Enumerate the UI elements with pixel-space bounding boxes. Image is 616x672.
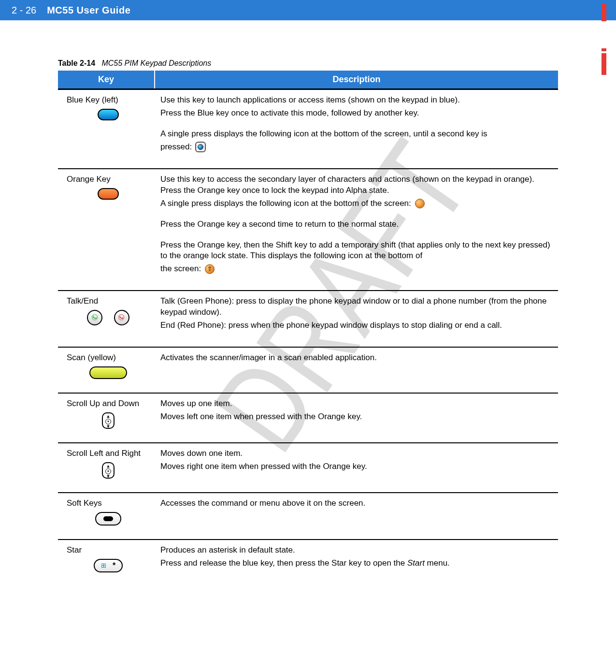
desc-text: Moves down one item. — [160, 448, 553, 459]
blue-mode-icon — [195, 142, 206, 152]
scroll-leftright-icon: ▲•▼ — [102, 462, 115, 479]
orange-shift-icon — [204, 264, 215, 275]
red-marker-icon — [602, 4, 606, 21]
table-row: Soft Keys Accesses the command or menu a… — [58, 493, 558, 540]
desc-text: Press and release the blue key, then pre… — [160, 558, 553, 569]
desc-text: Use this key to access the secondary lay… — [160, 174, 553, 196]
keypad-table: Key Description Blue Key (left) Use this… — [58, 71, 558, 577]
table-row: Orange Key Use this key to access the se… — [58, 169, 558, 291]
caption-label: Table 2-14 — [58, 59, 95, 67]
desc-text: the screen: — [160, 263, 553, 275]
key-name: Orange Key — [67, 174, 150, 185]
page-number: 2 - 26 — [12, 5, 36, 16]
star-key-icon: ⊞* — [94, 559, 123, 572]
col-description: Description — [155, 71, 558, 89]
desc-text: A single press displays the following ic… — [160, 198, 553, 209]
desc-text: Press the Blue key once to activate this… — [160, 108, 553, 119]
talk-phone-icon: ✆ — [87, 310, 102, 325]
doc-title: MC55 User Guide — [47, 5, 130, 16]
desc-text: Moves left one item when pressed with th… — [160, 411, 553, 423]
col-key: Key — [58, 71, 155, 89]
key-name: Scan (yellow) — [67, 352, 150, 364]
blue-key-icon — [98, 109, 119, 120]
desc-text: Press the Orange key a second time to re… — [160, 219, 553, 230]
caption-title: MC55 PIM Keypad Descriptions — [101, 59, 211, 67]
desc-text: Moves right one item when pressed with t… — [160, 461, 553, 472]
key-name: Star — [67, 545, 150, 556]
table-row: Talk/End ✆ ✆ Talk (Green Phone): press t… — [58, 291, 558, 347]
table-caption: Table 2-14 MC55 PIM Keypad Descriptions — [58, 59, 558, 68]
desc-text: A single press displays the following ic… — [160, 129, 553, 140]
scroll-updown-icon: ▲•▼ — [102, 412, 115, 429]
desc-text: Accesses the command or menu above it on… — [160, 498, 553, 509]
table-row: Scan (yellow) Activates the scanner/imag… — [58, 347, 558, 393]
table-row: Star ⊞* Produces an asterisk in default … — [58, 540, 558, 577]
end-phone-icon: ✆ — [114, 310, 129, 325]
key-name: Talk/End — [67, 296, 150, 307]
desc-text: End (Red Phone): press when the phone ke… — [160, 320, 553, 331]
desc-text: pressed: — [160, 142, 553, 153]
orange-key-icon — [98, 188, 119, 200]
key-name: Blue Key (left) — [67, 95, 150, 106]
scan-key-icon — [89, 366, 127, 379]
desc-text: Press the Orange key, then the Shift key… — [160, 240, 553, 262]
page-header: 2 - 26 MC55 User Guide — [0, 0, 616, 20]
key-name: Scroll Up and Down — [67, 398, 150, 409]
desc-text: Use this key to launch applications or a… — [160, 95, 553, 106]
orange-mode-icon — [415, 198, 425, 209]
key-name: Scroll Left and Right — [67, 448, 150, 459]
table-row: Scroll Left and Right ▲•▼ Moves down one… — [58, 443, 558, 493]
desc-text: Moves up one item. — [160, 398, 553, 409]
soft-key-icon — [95, 512, 121, 526]
table-row: Blue Key (left) Use this key to launch a… — [58, 89, 558, 169]
desc-text: Activates the scanner/imager in a scan e… — [160, 352, 553, 364]
table-row: Scroll Up and Down ▲•▼ Moves up one item… — [58, 393, 558, 443]
desc-text: Talk (Green Phone): press to display the… — [160, 296, 553, 318]
desc-text: Produces an asterisk in default state. — [160, 545, 553, 556]
key-name: Soft Keys — [67, 498, 150, 509]
